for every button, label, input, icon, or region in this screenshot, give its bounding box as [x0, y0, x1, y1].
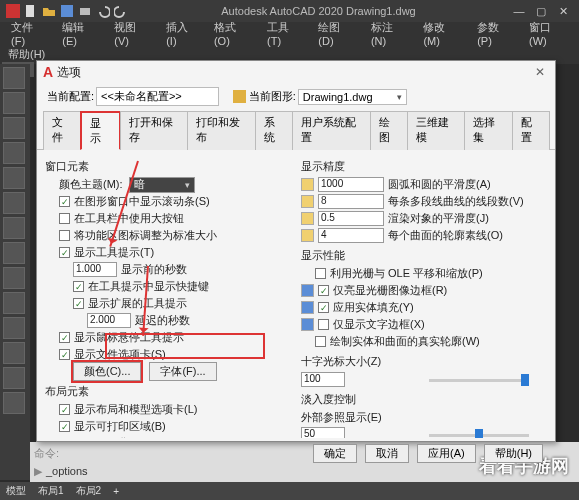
menu-modify[interactable]: 修改(M) — [416, 18, 468, 49]
tab-profiles[interactable]: 配置 — [512, 111, 550, 150]
help-button[interactable]: 帮助(H) — [484, 444, 543, 463]
redo-icon[interactable] — [114, 4, 128, 18]
menu-edit[interactable]: 编辑(E) — [55, 18, 105, 49]
tool-icon[interactable] — [3, 117, 25, 139]
tab-3d[interactable]: 三维建模 — [407, 111, 465, 150]
tool-icon[interactable] — [3, 342, 25, 364]
tool-icon[interactable] — [3, 67, 25, 89]
tool-icon[interactable] — [3, 392, 25, 414]
opt-paper-bg: 显示图纸背景(K) — [74, 436, 155, 438]
config-header: 当前配置: <<未命名配置>> 当前图形: Drawing1.dwg ▾ — [37, 83, 555, 110]
arc-smooth-field[interactable]: 1000 — [318, 177, 384, 192]
crosshair-slider[interactable] — [429, 373, 529, 387]
dialog-close-button[interactable]: ✕ — [531, 63, 549, 81]
undo-icon[interactable] — [96, 4, 110, 18]
dwg-icon — [301, 212, 314, 225]
checkbox[interactable] — [59, 213, 70, 224]
checkbox[interactable] — [59, 421, 70, 432]
tool-icon[interactable] — [3, 317, 25, 339]
tool-icon[interactable] — [3, 292, 25, 314]
status-layout1[interactable]: 布局1 — [38, 484, 64, 498]
current-drawing-label: 当前图形: — [249, 89, 296, 104]
tool-icon[interactable] — [3, 367, 25, 389]
contour-lines-field[interactable]: 4 — [318, 228, 384, 243]
opt-true-silhouette: 绘制实体和曲面的真实轮廓(W) — [330, 334, 480, 349]
fade-xref-slider[interactable] — [429, 428, 529, 439]
checkbox[interactable] — [318, 319, 329, 330]
menu-dimension[interactable]: 标注(N) — [364, 18, 415, 49]
svg-rect-3 — [80, 8, 90, 15]
tool-icon[interactable] — [3, 192, 25, 214]
menu-parametric[interactable]: 参数(P) — [470, 18, 520, 49]
menu-view[interactable]: 视图(V) — [107, 18, 157, 49]
current-drawing-dropdown[interactable]: Drawing1.dwg ▾ — [298, 89, 407, 105]
checkbox[interactable] — [59, 332, 70, 343]
tab-open-save[interactable]: 打开和保存 — [120, 111, 189, 150]
menu-draw[interactable]: 绘图(D) — [311, 18, 362, 49]
crosshair-field[interactable]: 100 — [301, 372, 345, 387]
tool-icon[interactable] — [3, 242, 25, 264]
checkbox[interactable] — [59, 404, 70, 415]
group-display-precision: 显示精度 — [301, 159, 547, 174]
tool-icon[interactable] — [3, 217, 25, 239]
tool-icon[interactable] — [3, 92, 25, 114]
app-menu-icon[interactable] — [6, 4, 20, 18]
fonts-button[interactable]: 字体(F)... — [149, 362, 216, 381]
save-icon[interactable] — [60, 4, 74, 18]
group-crosshair: 十字光标大小(Z) — [301, 354, 547, 369]
opt-extended-tip: 显示扩展的工具提示 — [88, 296, 187, 311]
render-smooth-field[interactable]: 0.5 — [318, 211, 384, 226]
dwg-icon — [301, 195, 314, 208]
status-model[interactable]: 模型 — [6, 484, 26, 498]
svg-rect-0 — [6, 4, 20, 18]
checkbox[interactable] — [318, 285, 329, 296]
new-icon[interactable] — [24, 4, 38, 18]
tool-icon[interactable] — [3, 167, 25, 189]
print-icon[interactable] — [78, 4, 92, 18]
checkbox[interactable] — [59, 230, 70, 241]
ok-button[interactable]: 确定 — [313, 444, 357, 463]
opt-printable-area: 显示可打印区域(B) — [74, 419, 166, 434]
checkbox[interactable] — [315, 268, 326, 279]
status-add-layout[interactable]: + — [113, 486, 119, 497]
menu-window[interactable]: 窗口(W) — [522, 18, 575, 49]
menubar: 文件(F) 编辑(E) 视图(V) 插入(I) 格式(O) 工具(T) 绘图(D… — [0, 22, 579, 44]
color-scheme-select[interactable]: 暗 ▾ — [129, 177, 195, 193]
tab-system[interactable]: 系统 — [255, 111, 293, 150]
colors-button[interactable]: 颜色(C)... — [73, 362, 141, 381]
menu-insert[interactable]: 插入(I) — [159, 18, 205, 49]
cancel-button[interactable]: 取消 — [365, 444, 409, 463]
checkbox[interactable] — [318, 302, 329, 313]
tab-display[interactable]: 显示 — [80, 111, 120, 150]
menu-file[interactable]: 文件(F) — [4, 18, 53, 49]
checkbox[interactable] — [59, 196, 70, 207]
checkbox[interactable] — [59, 349, 70, 360]
autocad-window: Autodesk AutoCAD 2020 Drawing1.dwg — ▢ ✕… — [0, 0, 579, 500]
tab-selection[interactable]: 选择集 — [464, 111, 512, 150]
menu-format[interactable]: 格式(O) — [207, 18, 258, 49]
autocad-a-icon: A — [43, 64, 53, 80]
menu-tools[interactable]: 工具(T) — [260, 18, 309, 49]
tab-plot[interactable]: 打印和发布 — [187, 111, 256, 150]
tooltip-delay-field[interactable]: 1.000 — [73, 262, 117, 277]
opt-ribbon-std: 将功能区图标调整为标准大小 — [74, 228, 217, 243]
tool-icon[interactable] — [3, 142, 25, 164]
fade-xref-field[interactable]: 50 — [301, 427, 345, 438]
polyline-seg-field[interactable]: 8 — [318, 194, 384, 209]
tool-icon[interactable] — [3, 267, 25, 289]
tab-user[interactable]: 用户系统配置 — [292, 111, 371, 150]
apply-button[interactable]: 应用(A) — [417, 444, 476, 463]
options-dialog: A 选项 ✕ 当前配置: <<未命名配置>> 当前图形: Drawing1.dw… — [36, 60, 556, 442]
color-scheme-row: 颜色主题(M): 暗 ▾ — [59, 176, 291, 193]
status-layout2[interactable]: 布局2 — [76, 484, 102, 498]
checkbox[interactable] — [59, 247, 70, 258]
checkbox[interactable] — [73, 281, 84, 292]
tab-drafting[interactable]: 绘图 — [370, 111, 408, 150]
checkbox[interactable] — [315, 336, 326, 347]
open-icon[interactable] — [42, 4, 56, 18]
tab-files[interactable]: 文件 — [43, 111, 81, 150]
ext-tip-delay-field[interactable]: 2.000 — [87, 313, 131, 328]
opt-tooltips: 显示工具提示(T) — [74, 245, 154, 260]
checkbox[interactable] — [73, 298, 84, 309]
contour-lines-label: 每个曲面的轮廓素线(O) — [388, 228, 503, 243]
